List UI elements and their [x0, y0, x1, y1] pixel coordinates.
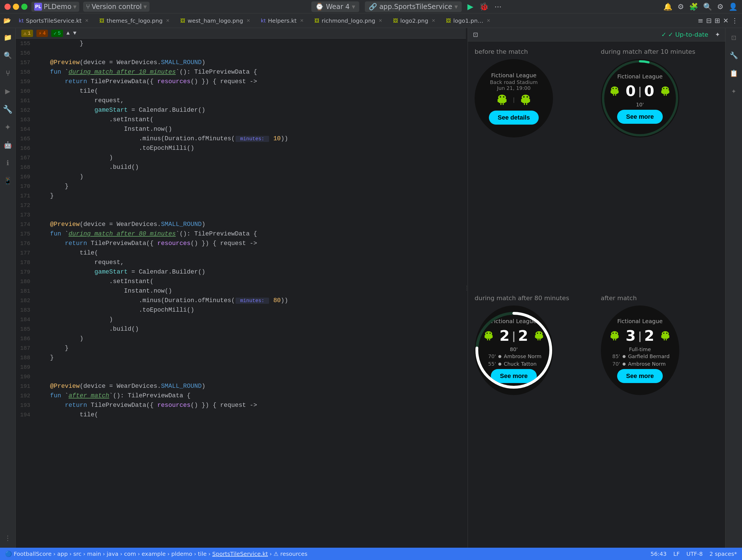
- search-everywhere-icon[interactable]: 🔍: [703, 3, 712, 11]
- preview-card-after-match: after match Fictional League 3 | 2: [601, 295, 719, 541]
- kt-file-icon-2: kt: [261, 18, 266, 23]
- code-line-166: 166 .toEpochMilli(): [16, 145, 466, 154]
- after-scorer-name-2: Ambrose Norm: [628, 361, 666, 367]
- tab-close-west-ham[interactable]: ✕: [247, 18, 250, 23]
- tab-richmond[interactable]: 🖼 richmond_logo.png ✕: [309, 13, 387, 28]
- tab-close-logo1[interactable]: ✕: [487, 18, 490, 23]
- sidebar-icon-device[interactable]: 📱: [2, 175, 14, 187]
- svg-rect-64: [661, 335, 662, 338]
- warning-yellow-badge[interactable]: ⚠ 1: [21, 30, 33, 37]
- bc-tile: tile: [198, 551, 207, 557]
- tab-close-logo2[interactable]: ✕: [431, 18, 435, 23]
- sidebar-icon-tools[interactable]: 🔧: [2, 103, 14, 115]
- maximize-button[interactable]: [21, 4, 28, 10]
- extensions-icon[interactable]: 🧩: [689, 3, 698, 11]
- tab-list-icon[interactable]: ≡: [698, 17, 703, 24]
- preview-content: before the match Fictional League Back r…: [468, 42, 725, 548]
- close-editor-icon[interactable]: ✕: [723, 17, 729, 24]
- debug-button[interactable]: 🐞: [479, 2, 489, 11]
- more-tabs-icon[interactable]: ⋮: [731, 17, 738, 24]
- sidebar-icon-more[interactable]: ⋮: [2, 532, 14, 544]
- sidebar-icon-info[interactable]: ℹ: [2, 157, 14, 169]
- tab-helpers[interactable]: kt Helpers.kt ✕: [256, 13, 309, 28]
- service-name: app.SportsTileService: [379, 3, 452, 11]
- preview-more-icon[interactable]: ✦: [715, 31, 720, 38]
- charset[interactable]: UTF-8: [687, 551, 703, 557]
- vcs-icon: ⑂: [86, 3, 90, 11]
- close-button[interactable]: [4, 4, 11, 10]
- cursor-position[interactable]: 56:43: [650, 551, 667, 557]
- service-chevron-icon: ▾: [455, 3, 458, 11]
- svg-point-9: [523, 96, 525, 98]
- tab-sports-tile[interactable]: kt SportsTileService.kt ✕: [14, 13, 94, 28]
- vcs-label[interactable]: ⑂ Version control ▾: [83, 2, 150, 12]
- tab-label-logo2: logo2.png: [401, 17, 428, 24]
- right-sidebar-icon-2[interactable]: 🔧: [728, 49, 740, 62]
- sidebar-icon-file-explorer[interactable]: 📁: [2, 31, 14, 44]
- code-editor[interactable]: ⚠ 1 ⚡ 4 ✓ 5 ▲ ▼ 155 } 156: [16, 28, 466, 548]
- preview-panel-icon[interactable]: ⊡: [473, 31, 478, 38]
- right-sidebar-icon-4[interactable]: ✦: [728, 85, 740, 97]
- code-line-165: 165 .minus(Duration.ofMinutes( minutes: …: [16, 135, 466, 145]
- checkmark-icon: ✓: [661, 31, 667, 38]
- warning-nav-up[interactable]: ▲: [66, 30, 70, 36]
- see-details-button[interactable]: See details: [489, 111, 539, 124]
- code-warning-bar: ⚠ 1 ⚡ 4 ✓ 5 ▲ ▼: [16, 28, 466, 39]
- svg-rect-11: [522, 99, 529, 103]
- toolbar-settings-icon[interactable]: ⚙: [677, 3, 684, 11]
- sidebar-icon-run[interactable]: ▶: [2, 85, 14, 97]
- vcs-text: Version control: [92, 3, 142, 11]
- sidebar-icon-search[interactable]: 🔍: [2, 49, 14, 62]
- tab-close-helpers[interactable]: ✕: [300, 18, 304, 23]
- tab-label-themes-logo: themes_fc_logo.png: [107, 17, 163, 24]
- code-line-174: 174 @Preview(device = WearDevices.SMALL_…: [16, 221, 466, 230]
- tab-logo2[interactable]: 🖼 logo2.png ✕: [388, 13, 440, 28]
- sidebar-icon-android[interactable]: 🤖: [2, 139, 14, 151]
- tab-themes-logo[interactable]: 🖼 themes_fc_logo.png ✕: [94, 13, 175, 28]
- project-tree-icon[interactable]: 📂: [1, 17, 13, 24]
- project-label[interactable]: PL PLDemo ▾: [31, 2, 79, 12]
- warning-nav-down[interactable]: ▼: [73, 30, 76, 36]
- titlebar: PL PLDemo ▾ ⑂ Version control ▾ ⌚ Wear 4…: [0, 0, 742, 13]
- split-vertical-icon[interactable]: ⊞: [714, 17, 720, 24]
- warning-orange-badge[interactable]: ⚡ 4: [37, 30, 48, 37]
- ide-settings-icon[interactable]: ⚙: [717, 3, 724, 11]
- warning-green-badge[interactable]: ✓ 5: [51, 30, 63, 37]
- run-button[interactable]: ▶: [467, 2, 474, 11]
- tab-close-themes[interactable]: ✕: [166, 18, 170, 23]
- tab-west-ham[interactable]: 🖼 west_ham_logo.png ✕: [175, 13, 255, 28]
- minimize-button[interactable]: [13, 4, 19, 10]
- sidebar-icon-vcs[interactable]: ⑂: [2, 67, 14, 80]
- bc-file[interactable]: SportsTileService.kt: [212, 551, 268, 557]
- project-chevron-icon: ▾: [73, 3, 76, 11]
- score-sep-after: |: [638, 329, 642, 342]
- sidebar-icon-design[interactable]: ✦: [2, 121, 14, 133]
- more-run-button[interactable]: ⋯: [494, 3, 502, 11]
- bc-src: src: [73, 551, 82, 557]
- svg-rect-13: [528, 99, 530, 102]
- user-avatar[interactable]: 👤: [729, 3, 738, 11]
- see-more-button-after[interactable]: See more: [617, 369, 663, 383]
- notifications-icon[interactable]: 🔔: [663, 3, 672, 11]
- tab-label-sports-tile: SportsTileService.kt: [26, 17, 82, 24]
- line-ending[interactable]: LF: [673, 551, 680, 557]
- watch-face-during-10: Fictional League 0 | 0: [601, 59, 679, 138]
- img-file-icon-1: 🖼: [99, 18, 104, 23]
- svg-rect-55: [612, 335, 618, 339]
- split-horizontal-icon[interactable]: ⊟: [706, 17, 712, 24]
- code-line-180: 180 .setInstant(: [16, 278, 466, 287]
- right-sidebar-icon-1[interactable]: ⊡: [728, 31, 740, 44]
- preview-label-before-match: before the match: [475, 48, 528, 55]
- indent[interactable]: 2 spaces*: [709, 551, 737, 557]
- tab-close-sports-tile[interactable]: ✕: [85, 18, 89, 23]
- editor-scroll-area[interactable]: 155 } 156 157 @Preview(device = WearDevi…: [16, 39, 466, 548]
- svg-rect-6: [500, 103, 501, 105]
- svg-rect-66: [664, 339, 665, 340]
- wear-selector[interactable]: ⌚ Wear 4 ▾: [311, 1, 359, 12]
- resize-handle[interactable]: [466, 28, 468, 548]
- service-selector[interactable]: 🔗 app.SportsTileService ▾: [365, 1, 462, 12]
- bc-resources: ⚠ resources: [274, 551, 308, 557]
- tab-logo1[interactable]: 🖼 logo1.pn… ✕: [441, 13, 495, 28]
- right-sidebar-icon-3[interactable]: 📋: [728, 67, 740, 80]
- tab-close-richmond[interactable]: ✕: [379, 18, 382, 23]
